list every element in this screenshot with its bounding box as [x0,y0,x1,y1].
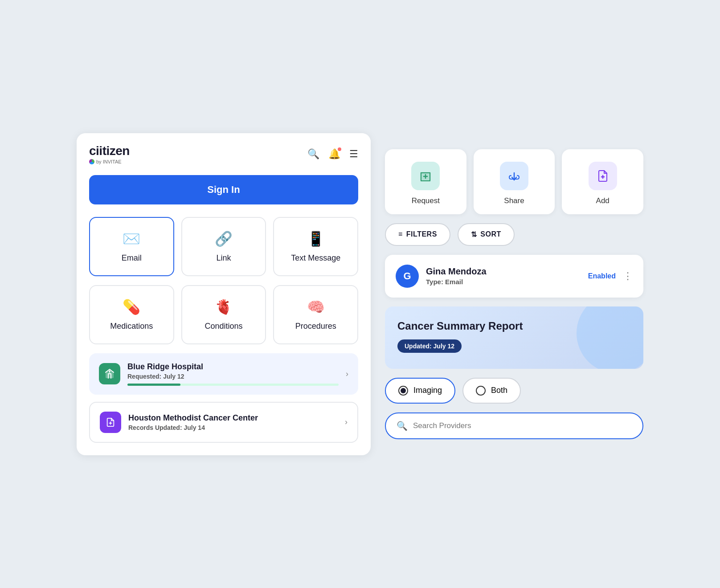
hospital-1-icon [99,363,120,384]
menu-icon[interactable]: ☰ [349,148,358,160]
sign-in-button[interactable]: Sign In [89,175,358,204]
conditions-icon: 🫀 [215,298,233,315]
hospital-1-info: Blue Ridge Hospital Requested: July 12 [127,362,339,386]
logo-sub: by INVITAE [89,159,130,164]
medications-icon: 💊 [123,298,140,315]
radio-dot-imaging [398,386,408,396]
progress-bar [127,384,339,386]
filter-sort-row: ≡ FILTERS ⇅ SORT [385,223,643,246]
filter-icon: ≡ [398,230,403,238]
header-icons: 🔍 🔔 ☰ [307,148,358,160]
hospital-2-icon [100,412,121,433]
search-icon[interactable]: 🔍 [307,148,319,160]
progress-fill [127,384,180,386]
procedures-icon: 🧠 [307,298,325,315]
filters-button[interactable]: ≡ FILTERS [385,223,450,246]
share-option-text[interactable]: 📱 Text Message [273,217,358,276]
chevron-right-icon-2: › [345,417,348,427]
left-panel: ciitizen by INVITAE 🔍 🔔 ☰ Sign In ✉️ Ema… [77,133,371,455]
sort-button[interactable]: ⇅ SORT [458,223,515,246]
share-icon [500,162,528,190]
action-card-share[interactable]: Share [474,149,555,214]
add-icon [589,162,617,190]
hospital-card-2[interactable]: Houston Methodist Cancer Center Records … [89,402,358,443]
action-card-request[interactable]: Request [385,149,466,214]
chevron-right-icon: › [346,369,348,379]
updated-badge: Updated: July 12 [397,339,462,353]
record-type-medications[interactable]: 💊 Medications [89,285,174,344]
report-bg-decoration [577,306,643,369]
radio-dot-both [476,386,486,396]
report-card: Cancer Summary Report Updated: July 12 [385,306,643,369]
sort-icon: ⇅ [471,230,477,239]
search-icon: 🔍 [397,421,408,431]
request-icon [411,162,440,190]
logo-text: ciitizen [89,144,130,158]
app-header: ciitizen by INVITAE 🔍 🔔 ☰ [77,133,371,175]
logo-dot [89,159,94,164]
text-message-icon: 📱 [307,230,325,247]
contact-info: Gina Mendoza Type: Email [426,266,581,286]
app-logo: ciitizen by INVITAE [89,144,130,164]
radio-both[interactable]: Both [462,378,521,404]
more-options-icon[interactable]: ⋮ [623,270,633,282]
share-option-link[interactable]: 🔗 Link [181,217,266,276]
notification-dot [338,147,341,151]
record-type-procedures[interactable]: 🧠 Procedures [273,285,358,344]
email-icon: ✉️ [123,230,140,247]
hospital-2-info: Houston Methodist Cancer Center Records … [128,413,338,431]
notification-icon[interactable]: 🔔 [328,148,340,160]
radio-imaging[interactable]: Imaging [385,378,455,404]
action-card-add[interactable]: Add [562,149,643,214]
share-options-grid: ✉️ Email 🔗 Link 📱 Text Message [77,217,371,285]
enabled-badge: Enabled [588,272,616,280]
record-type-conditions[interactable]: 🫀 Conditions [181,285,266,344]
radio-options-row: Imaging Both [385,378,643,404]
hospital-card-1[interactable]: Blue Ridge Hospital Requested: July 12 › [89,353,358,395]
search-providers-input[interactable] [413,421,632,430]
record-types-grid: 💊 Medications 🫀 Conditions 🧠 Procedures [77,285,371,353]
search-providers[interactable]: 🔍 [385,412,643,439]
link-icon: 🔗 [215,230,233,247]
share-option-email[interactable]: ✉️ Email [89,217,174,276]
action-cards-row: Request Share Add [385,149,643,214]
right-panel: Request Share Add [385,149,643,439]
contact-card: G Gina Mendoza Type: Email Enabled ⋮ [385,255,643,298]
avatar: G [396,265,419,288]
